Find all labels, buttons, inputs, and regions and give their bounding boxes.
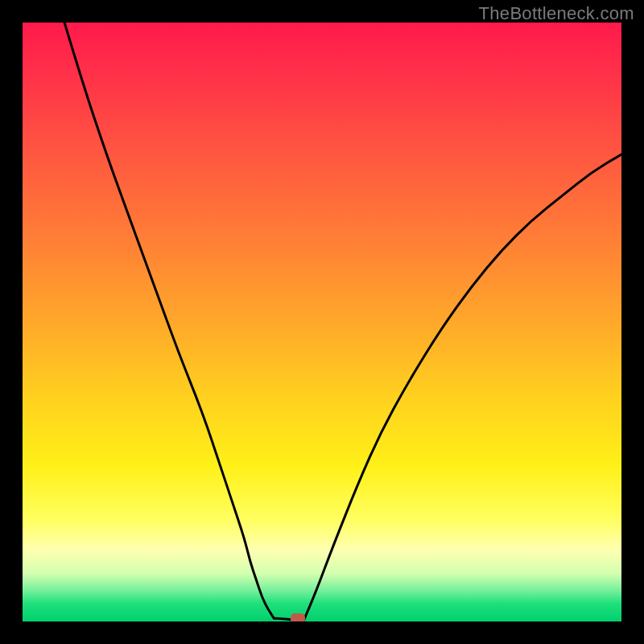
bottleneck-curve [23, 23, 621, 621]
chart-frame: TheBottleneck.com [0, 0, 644, 644]
watermark-text: TheBottleneck.com [479, 3, 634, 24]
plot-area [23, 23, 621, 621]
optimum-marker [291, 613, 305, 621]
